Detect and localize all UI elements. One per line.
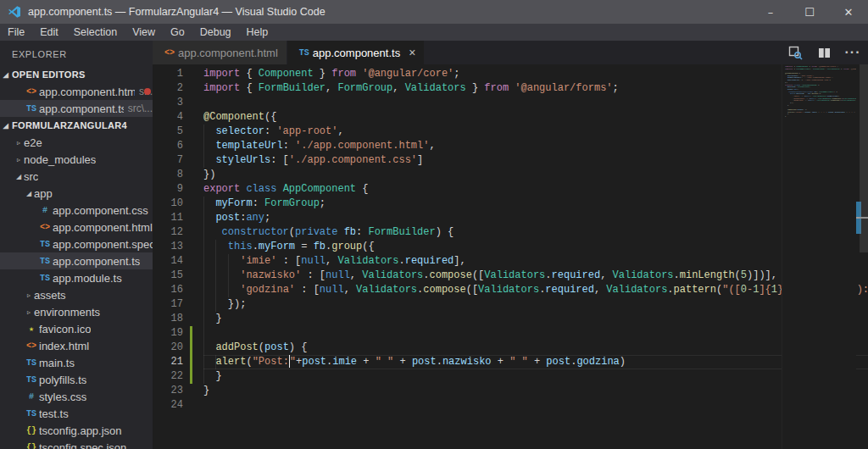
line-number[interactable]: 14 xyxy=(153,254,203,269)
code-line: 'godzina' : [null, Validators.compose([V… xyxy=(203,283,868,297)
project-section: ◢ FORMULARZANGULAR4 ▹e2e▹node_modules◢sr… xyxy=(0,117,153,449)
indent-guide xyxy=(228,283,229,297)
line-number[interactable]: 20 xyxy=(153,341,203,355)
code-line: 'nazwisko' : [null, Validators.compose([… xyxy=(203,269,868,283)
tree-item-node_modules[interactable]: ▹node_modules xyxy=(0,151,153,168)
line-number[interactable]: 16 xyxy=(153,283,203,297)
tab-label: app.component.ts xyxy=(313,47,400,59)
chevron-expanded-icon: ◢ xyxy=(0,122,12,130)
line-number[interactable]: 5 xyxy=(153,125,203,139)
html-file-icon: <> xyxy=(37,223,53,232)
close-button[interactable]: ✕ xyxy=(829,0,868,24)
menu-file[interactable]: File xyxy=(0,24,32,41)
menu-selection[interactable]: Selection xyxy=(66,24,125,41)
line-number[interactable]: 24 xyxy=(153,398,203,413)
tab-bar: <>app.component.htmlTSapp.component.ts× xyxy=(153,41,868,64)
tab-app.component.html[interactable]: <>app.component.html xyxy=(153,41,287,64)
tree-item-app.component.ts[interactable]: TSapp.component.ts xyxy=(0,252,153,269)
code-line: post:any; xyxy=(203,211,868,225)
code-line: import { FormBuilder, FormGroup, Validat… xyxy=(203,81,868,96)
tree-item-index.html[interactable]: <>index.html xyxy=(0,337,153,354)
menu-help[interactable]: Help xyxy=(239,24,276,41)
close-tab-icon[interactable]: × xyxy=(409,46,415,59)
html-file-icon: <> xyxy=(161,48,178,58)
tree-item-environments[interactable]: ▹environments xyxy=(0,303,153,320)
line-number[interactable]: 22 xyxy=(153,369,203,384)
tree-item-main.ts[interactable]: TSmain.ts xyxy=(0,354,153,371)
indent-guide xyxy=(215,283,216,297)
line-number[interactable]: 9 xyxy=(153,182,203,197)
code-line: selector: 'app-root', xyxy=(203,125,868,139)
open-editor-app.component.ts[interactable]: TSapp.component.tssrc\... xyxy=(0,100,153,117)
line-number[interactable]: 8 xyxy=(153,168,203,182)
item-label: favicon.ico xyxy=(39,323,91,335)
menu-view[interactable]: View xyxy=(125,24,163,41)
tree-item-app.component.spec.ts[interactable]: TSapp.component.spec.ts xyxy=(0,236,153,252)
line-number[interactable]: 10 xyxy=(153,197,203,211)
tree-item-app.component.html[interactable]: <>app.component.html xyxy=(0,219,153,236)
line-number[interactable]: 13 xyxy=(153,240,203,254)
code-editor[interactable]: 123456789101112131415161718192021222324 … xyxy=(153,64,868,449)
tree-item-e2e[interactable]: ▹e2e xyxy=(0,134,153,151)
more-actions-button[interactable]: ··· xyxy=(844,44,861,61)
tree-item-polyfills.ts[interactable]: TSpolyfills.ts xyxy=(0,371,153,388)
tree-item-styles.css[interactable]: #styles.css xyxy=(0,388,153,405)
minimize-button[interactable]: – xyxy=(751,0,790,24)
tree-item-tsconfig.app.json[interactable]: {}tsconfig.app.json xyxy=(0,422,153,439)
chevron-collapsed-icon: ▹ xyxy=(14,139,24,147)
line-number[interactable]: 21 xyxy=(153,355,203,369)
item-label: index.html xyxy=(39,340,89,352)
line-number[interactable]: 6 xyxy=(153,139,203,153)
vscode-window: app.component.ts — FormularzAngular4 — V… xyxy=(0,0,868,449)
line-number[interactable]: 2 xyxy=(153,81,203,96)
line-number[interactable]: 7 xyxy=(153,153,203,168)
line-number[interactable]: 17 xyxy=(153,297,203,312)
minimap[interactable]: import { Component } from '@angular/core… xyxy=(782,64,856,449)
tree-item-tsconfig.spec.json[interactable]: {}tsconfig.spec.json xyxy=(0,439,153,449)
line-number[interactable]: 3 xyxy=(153,96,203,110)
open-editors-header[interactable]: ◢ OPEN EDITORS xyxy=(0,66,153,83)
tree-item-app[interactable]: ◢app xyxy=(0,185,153,202)
open-editor-app.component.html[interactable]: <>app.component.htmls... xyxy=(0,83,153,100)
vertical-scrollbar[interactable] xyxy=(860,64,868,252)
explorer-title: EXPLORER xyxy=(0,41,153,66)
menu-debug[interactable]: Debug xyxy=(192,24,239,41)
tab-app.component.ts[interactable]: TSapp.component.ts× xyxy=(287,41,425,64)
chevron-expanded-icon: ◢ xyxy=(24,190,34,197)
tree-item-favicon.ico[interactable]: ★favicon.ico xyxy=(0,320,153,337)
line-number[interactable]: 15 xyxy=(153,269,203,283)
modified-dot-icon xyxy=(144,88,151,95)
line-number[interactable]: 12 xyxy=(153,225,203,240)
line-number[interactable]: 1 xyxy=(153,67,203,81)
window-title: app.component.ts — FormularzAngular4 — V… xyxy=(28,6,326,18)
json-file-icon: {} xyxy=(24,426,39,435)
chevron-collapsed-icon: ▹ xyxy=(24,291,34,299)
line-number[interactable]: 23 xyxy=(153,384,203,398)
line-number[interactable]: 19 xyxy=(153,326,203,341)
tree-item-app.component.css[interactable]: #app.component.css xyxy=(0,202,153,219)
maximize-button[interactable]: ☐ xyxy=(790,0,829,24)
project-header[interactable]: ◢ FORMULARZANGULAR4 xyxy=(0,117,153,134)
split-editor-icon[interactable] xyxy=(815,44,832,61)
item-label: assets xyxy=(34,289,66,302)
indent-guide xyxy=(228,269,229,283)
typescript-file-icon: TS xyxy=(24,409,39,419)
item-label: app.component.ts xyxy=(53,255,140,268)
tree-item-app.module.ts[interactable]: TSapp.module.ts xyxy=(0,269,153,286)
line-number[interactable]: 18 xyxy=(153,312,203,326)
editor-area: <>app.component.htmlTSapp.component.ts× xyxy=(153,41,868,449)
open-changes-icon[interactable] xyxy=(787,44,804,61)
code-line: } xyxy=(203,312,868,326)
line-number[interactable]: 11 xyxy=(153,211,203,225)
menu-edit[interactable]: Edit xyxy=(32,24,66,41)
indent-guide xyxy=(203,355,204,369)
open-editors-section: ◢ OPEN EDITORS <>app.component.htmls...T… xyxy=(0,66,153,117)
tree-item-assets[interactable]: ▹assets xyxy=(0,286,153,303)
menu-go[interactable]: Go xyxy=(163,24,192,41)
tree-item-src[interactable]: ◢src xyxy=(0,168,153,185)
line-number[interactable]: 4 xyxy=(153,110,203,125)
typescript-file-icon: TS xyxy=(24,104,39,114)
item-label: src xyxy=(24,170,38,183)
typescript-file-icon: TS xyxy=(296,48,313,58)
tree-item-test.ts[interactable]: TStest.ts xyxy=(0,405,153,422)
